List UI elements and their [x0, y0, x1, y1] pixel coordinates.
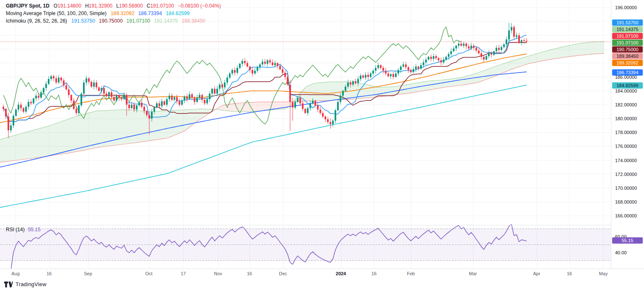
time-axis-label: Dec	[279, 271, 287, 276]
ma100-value: 186.73394	[138, 10, 162, 16]
ma50-value: 189.32092	[111, 10, 135, 16]
price-axis-badge: 191.53750	[612, 20, 643, 26]
price-axis-label: 174.00000	[615, 158, 637, 163]
symbol-title[interactable]: GBP/JPY Spot, 1D	[6, 3, 49, 9]
time-axis-label: Sep	[84, 271, 92, 276]
price-axis-label: 168.00000	[615, 199, 637, 204]
price-axis-label: 184.00000	[615, 88, 637, 93]
ma200-value: 184.82599	[166, 10, 190, 16]
price-axis-badge: 191.07100	[612, 33, 643, 39]
time-axis-label: Feb	[407, 271, 415, 276]
symbol-legend-row: GBP/JPY Spot, 1D O191.14600 H191.32900 L…	[6, 2, 225, 10]
open-value: 191.14600	[57, 3, 81, 9]
close-value: 191.07100	[150, 3, 174, 9]
time-axis-label: Mar	[469, 271, 477, 276]
time-axis-label: 17	[181, 271, 186, 276]
time-axis-label: 16	[371, 271, 377, 276]
ichimoku-lagging-value: 191.07100	[127, 18, 151, 24]
price-axis-badge: 190.75000	[612, 47, 643, 53]
footer-bar: TradingView	[0, 278, 644, 292]
tradingview-logo-icon	[4, 282, 13, 287]
ma-indicator-title[interactable]: Moving Average Triple (50, 100, 200, Sim…	[6, 10, 106, 16]
price-axis-label: 166.00000	[615, 213, 637, 218]
price-axis-label: 178.00000	[615, 130, 637, 135]
pane-divider[interactable]	[0, 225, 644, 225]
rsi-axis-label: 40.00	[615, 250, 627, 255]
ichimoku-legend-row: Ichimoku (9, 26, 52, 26, 26) 191.53750 1…	[6, 17, 225, 25]
chart-canvas[interactable]	[0, 0, 611, 269]
price-axis-badge: 184.82599	[612, 83, 643, 89]
price-axis-label: 180.00000	[615, 116, 637, 121]
price-axis-badge: 189.32092	[612, 60, 643, 66]
price-axis-badge: 191.07100	[612, 40, 643, 46]
tradingview-logo[interactable]: TradingView	[4, 281, 47, 287]
price-axis[interactable]: 196.00000186.00000184.00000182.00000180.…	[611, 0, 644, 278]
ichimoku-cloud	[0, 41, 604, 163]
rsi-value: 55.15	[28, 227, 41, 233]
low-value: 190.56900	[119, 3, 143, 9]
ichimoku-leada-value: 191.14375	[154, 18, 178, 24]
price-axis-badge: 186.73394	[612, 70, 643, 76]
high-label: H	[85, 3, 89, 9]
open-label: O	[54, 3, 57, 9]
ichimoku-conversion-value: 191.53750	[71, 18, 95, 24]
ichimoku-indicator-title[interactable]: Ichimoku (9, 26, 52, 26, 26)	[6, 18, 67, 24]
rsi-pane	[0, 225, 611, 269]
price-axis-badge: 189.38450	[612, 53, 643, 59]
time-axis-label: 2024	[336, 271, 346, 276]
time-axis-label: Oct	[145, 271, 152, 276]
rsi-legend-row: RSI (14)55.15	[6, 227, 41, 233]
price-axis-label: 176.00000	[615, 144, 637, 149]
high-value: 191.32900	[89, 3, 113, 9]
time-axis-label: May	[599, 271, 608, 276]
rsi-axis-badge: 55.15	[612, 238, 643, 244]
tradingview-chart-window: GBP/JPY Spot, 1D O191.14600 H191.32900 L…	[0, 0, 644, 292]
time-axis-label: Apr	[533, 271, 540, 276]
time-axis-label: Aug	[11, 271, 20, 276]
time-axis-label: 16	[47, 271, 52, 276]
price-axis-label: 172.00000	[615, 172, 637, 177]
price-axis-badge: 191.14375	[612, 26, 643, 33]
rsi-indicator-title[interactable]: RSI (14)	[6, 227, 25, 233]
tradingview-logo-text: TradingView	[16, 281, 47, 287]
time-axis[interactable]: Aug16SepOct17Nov16Dec202416FebMarApr16Ma…	[0, 269, 644, 278]
time-axis-label: Nov	[214, 271, 222, 276]
time-axis-label: 16	[567, 271, 572, 276]
price-axis-label: 196.00000	[615, 5, 637, 10]
price-axis-label: 182.00000	[615, 102, 637, 107]
price-axis-label: 170.00000	[615, 186, 637, 191]
change-value: −0.08100 (−0.04%)	[178, 3, 221, 9]
ma-legend-row: Moving Average Triple (50, 100, 200, Sim…	[6, 10, 225, 17]
chart-legend: GBP/JPY Spot, 1D O191.14600 H191.32900 L…	[6, 2, 225, 25]
ichimoku-base-value: 190.75000	[99, 18, 123, 24]
time-axis-label: 16	[247, 271, 252, 276]
ichimoku-leadb-value: 189.38450	[182, 18, 205, 24]
low-label: L	[116, 3, 119, 9]
